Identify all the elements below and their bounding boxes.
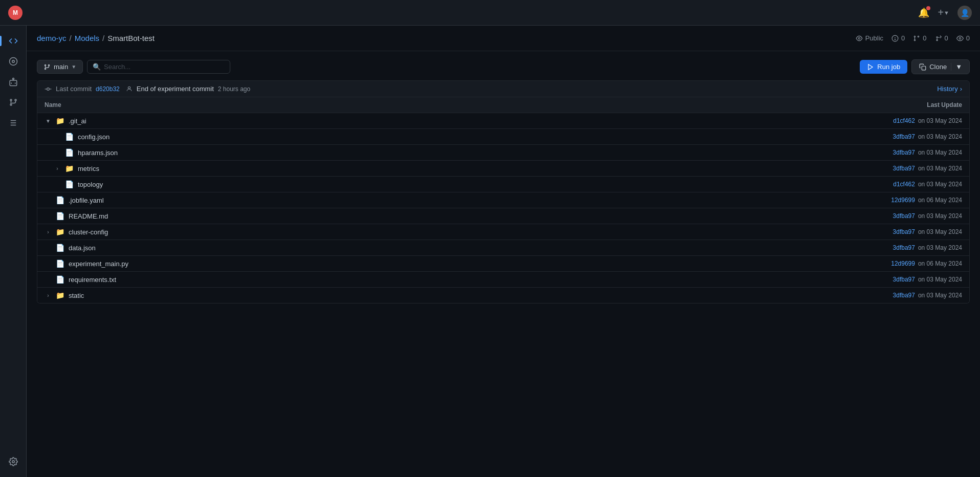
breadcrumb-sep1: /: [70, 34, 72, 42]
file-name-col: 📄 topology: [54, 180, 893, 188]
sidebar-item-bot[interactable]: [4, 73, 23, 91]
expand-icon[interactable]: ›: [45, 293, 52, 298]
file-name[interactable]: experiment_main.py: [69, 260, 128, 268]
file-meta: 3dfba97 on 03 May 2024: [893, 228, 962, 235]
table-row[interactable]: 📄 experiment_main.py 12d9699 on 06 May 2…: [37, 256, 969, 272]
user-menu-button[interactable]: 👤: [957, 6, 972, 20]
commit-hash-link[interactable]: 3dfba97: [893, 133, 915, 140]
commit-hash[interactable]: d620b32: [96, 85, 120, 93]
breadcrumb-current: SmartBot-test: [107, 34, 155, 42]
file-name-col: 📄 experiment_main.py: [45, 259, 891, 268]
toolbar-row: main ▼ 🔍 Run job Clone: [37, 59, 970, 74]
table-row[interactable]: ▼ 📁 .git_ai d1cf462 on 03 May 2024: [37, 113, 969, 129]
file-name[interactable]: .git_ai: [69, 117, 86, 125]
file-meta: 3dfba97 on 03 May 2024: [893, 133, 962, 140]
history-button[interactable]: History ›: [937, 85, 962, 93]
table-row[interactable]: 📄 README.md 3dfba97 on 03 May 2024: [37, 208, 969, 224]
svg-point-7: [10, 99, 12, 101]
commit-row: Last commit d620b32 End of experiment co…: [37, 80, 970, 97]
breadcrumb-org[interactable]: demo-yc: [37, 34, 67, 42]
table-row[interactable]: › 📁 metrics 3dfba97 on 03 May 2024: [37, 161, 969, 177]
new-item-button[interactable]: + ▼: [938, 7, 949, 18]
branch-selector[interactable]: main ▼: [37, 60, 83, 74]
commit-hash-link[interactable]: 12d9699: [891, 260, 915, 267]
commit-hash-link[interactable]: 3dfba97: [893, 149, 915, 156]
commit-hash-link[interactable]: 3dfba97: [893, 276, 915, 283]
app-logo[interactable]: M: [8, 6, 23, 20]
clone-button[interactable]: Clone ▼: [911, 59, 970, 74]
sidebar-item-explore[interactable]: [4, 52, 23, 71]
expand-icon[interactable]: ▼: [45, 118, 52, 124]
table-row[interactable]: › 📁 cluster-config 3dfba97 on 03 May 202…: [37, 224, 969, 240]
file-name[interactable]: .jobfile.yaml: [69, 197, 104, 204]
file-date: on 03 May 2024: [918, 117, 962, 124]
file-name[interactable]: requirements.txt: [69, 276, 116, 284]
file-name-col: › 📁 static: [45, 291, 893, 299]
topbar-left: M: [8, 6, 23, 20]
file-name[interactable]: cluster-config: [69, 228, 108, 236]
file-meta: d1cf462 on 03 May 2024: [893, 117, 962, 124]
forks-count[interactable]: 0: [935, 34, 948, 42]
file-name[interactable]: static: [69, 292, 84, 299]
breadcrumb-repo[interactable]: Models: [75, 34, 99, 42]
sidebar-item-pipelines[interactable]: [4, 114, 23, 132]
prs-count[interactable]: 0: [913, 34, 926, 42]
sidebar-item-settings[interactable]: [4, 452, 23, 471]
watchers-count[interactable]: 0: [956, 34, 970, 42]
table-row[interactable]: 📄 requirements.txt 3dfba97 on 03 May 202…: [37, 272, 969, 288]
file-name[interactable]: topology: [78, 181, 103, 188]
commit-hash-link[interactable]: 3dfba97: [893, 212, 915, 220]
issues-count[interactable]: 0: [891, 34, 905, 42]
sidebar-item-code[interactable]: [4, 32, 23, 50]
file-name[interactable]: config.json: [78, 133, 110, 141]
file-name-col: › 📁 metrics: [54, 164, 893, 172]
expand-icon[interactable]: ›: [54, 166, 61, 171]
file-name[interactable]: metrics: [78, 165, 99, 172]
content-area: demo-yc / Models / SmartBot-test Public …: [27, 26, 980, 477]
file-date: on 03 May 2024: [918, 276, 962, 283]
run-job-button[interactable]: Run job: [860, 60, 907, 74]
topbar: M 🔔 + ▼ 👤: [0, 0, 980, 26]
notifications-button[interactable]: 🔔: [918, 7, 929, 18]
breadcrumb-bar: demo-yc / Models / SmartBot-test Public …: [27, 26, 980, 51]
file-icon: 📄: [65, 133, 74, 141]
file-date: on 03 May 2024: [918, 212, 962, 220]
file-name[interactable]: hparams.json: [78, 149, 118, 157]
table-row[interactable]: 📄 .jobfile.yaml 12d9699 on 06 May 2024: [37, 192, 969, 208]
commit-hash-link[interactable]: 3dfba97: [893, 165, 915, 172]
svg-point-19: [914, 39, 916, 40]
notification-badge: [926, 6, 930, 10]
table-row[interactable]: 📄 config.json 3dfba97 on 03 May 2024: [37, 129, 969, 145]
file-name[interactable]: README.md: [69, 212, 108, 220]
sidebar-item-prs[interactable]: [4, 93, 23, 112]
commit-time: 2 hours ago: [218, 85, 250, 93]
svg-point-27: [47, 88, 50, 90]
clone-dropdown-arrow[interactable]: ▼: [951, 63, 962, 71]
search-input[interactable]: [104, 63, 225, 71]
table-row[interactable]: 📄 topology d1cf462 on 03 May 2024: [37, 177, 969, 192]
table-row[interactable]: 📄 data.json 3dfba97 on 03 May 2024: [37, 240, 969, 256]
table-row[interactable]: › 📁 static 3dfba97 on 03 May 2024: [37, 288, 969, 303]
file-icon: 📄: [56, 275, 64, 284]
svg-point-9: [15, 99, 16, 101]
history-chevron-icon: ›: [960, 85, 962, 93]
commit-message: End of experiment commit: [137, 85, 214, 93]
commit-hash-link[interactable]: 3dfba97: [893, 244, 915, 251]
table-row[interactable]: 📄 hparams.json 3dfba97 on 03 May 2024: [37, 145, 969, 161]
file-name-col: 📄 requirements.txt: [45, 275, 893, 284]
commit-hash-link[interactable]: 3dfba97: [893, 292, 915, 299]
last-commit-label: Last commit: [56, 85, 92, 93]
search-box: 🔍: [87, 60, 230, 74]
svg-point-14: [858, 37, 860, 39]
commit-hash-link[interactable]: d1cf462: [893, 117, 915, 124]
svg-marker-25: [868, 64, 873, 70]
folder-icon: 📁: [56, 291, 64, 299]
file-name-col: › 📁 cluster-config: [45, 228, 893, 236]
commit-hash-link[interactable]: 3dfba97: [893, 228, 915, 235]
expand-icon[interactable]: ›: [45, 229, 52, 235]
folder-icon: 📁: [56, 117, 64, 125]
file-name[interactable]: data.json: [69, 244, 96, 252]
commit-hash-link[interactable]: d1cf462: [893, 181, 915, 188]
commit-info: Last commit d620b32 End of experiment co…: [45, 85, 250, 93]
commit-hash-link[interactable]: 12d9699: [891, 197, 915, 204]
